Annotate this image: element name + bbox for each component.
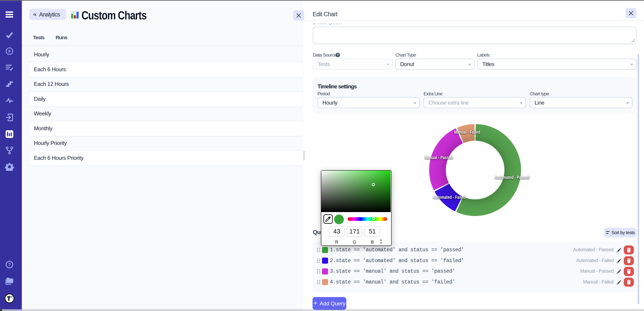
svg-text:?: ?	[337, 53, 339, 57]
svg-text:?: ?	[8, 262, 11, 267]
